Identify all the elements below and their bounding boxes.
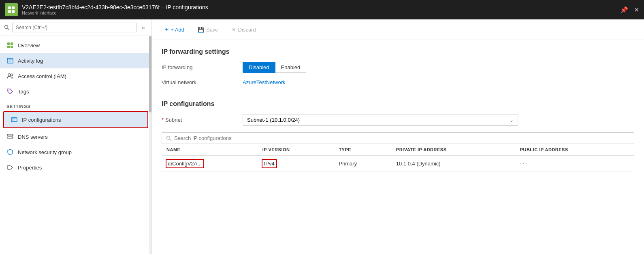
ip-configurations-section-title: IP configurations <box>162 100 634 108</box>
subnet-value: Subnet-1 (10.1.0.0/24) <box>247 117 300 123</box>
sidebar-item-network-security-group[interactable]: Network security group <box>0 144 151 160</box>
chevron-down-icon: ⌄ <box>510 117 514 123</box>
sidebar-item-ip-configurations-wrapper: IP configurations <box>3 111 148 128</box>
virtual-network-field-row: Virtual network AzureTestNetwork <box>162 79 634 85</box>
app-icon <box>5 3 18 16</box>
svg-rect-1 <box>12 6 15 9</box>
sidebar-search-input[interactable] <box>12 23 137 32</box>
svg-point-4 <box>5 25 8 29</box>
subnet-field-row: *Subnet Subnet-1 (10.1.0.0/24) ⌄ <box>162 114 634 126</box>
close-icon[interactable]: ✕ <box>634 6 639 14</box>
ip-forwarding-disabled-btn[interactable]: Disabled <box>243 62 275 73</box>
activity-log-icon <box>6 57 14 64</box>
sidebar-item-properties[interactable]: Properties <box>0 160 151 175</box>
add-button[interactable]: + + Add <box>160 23 189 36</box>
table-header-row: NAME IP VERSION TYPE PRIVATE IP ADDRESS … <box>162 144 634 156</box>
ip-forwarding-enabled-btn[interactable]: Enabled <box>275 62 307 73</box>
sidebar-item-ip-configurations[interactable]: IP configurations <box>4 112 147 127</box>
virtual-network-label: Virtual network <box>162 79 243 85</box>
sidebar-item-label: Overview <box>18 42 40 49</box>
sidebar-item-activity-log[interactable]: Activity log <box>0 53 151 68</box>
sidebar-nav: Overview Activity log <box>0 36 151 254</box>
virtual-network-value: AzureTestNetwork <box>243 79 634 85</box>
col-name: NAME <box>162 144 258 156</box>
sidebar-search-area: « <box>0 19 151 36</box>
ip-forwarding-toggle-group: Disabled Enabled <box>243 62 634 73</box>
tags-icon <box>6 88 14 95</box>
sidebar-item-label: Properties <box>18 165 42 171</box>
content-body: IP forwarding settings IP forwarding Dis… <box>152 40 644 180</box>
scrollbar-track <box>149 36 151 254</box>
sidebar-item-label: Access control (IAM) <box>18 73 66 79</box>
scrollbar-thumb[interactable] <box>149 36 151 112</box>
col-ip-version: IP VERSION <box>258 144 334 156</box>
required-star: * <box>162 117 164 123</box>
svg-rect-10 <box>7 58 13 63</box>
pin-icon[interactable]: 📌 <box>620 6 628 14</box>
title-bar: V2AE2E2-testfb7c8bf4-ec2d-433b-98ec-3e3c… <box>0 0 644 19</box>
sidebar-item-tags[interactable]: Tags <box>0 84 151 99</box>
toolbar-divider-1 <box>191 25 191 34</box>
svg-rect-9 <box>11 46 13 48</box>
toolbar-divider-2 <box>225 25 225 34</box>
save-icon: 💾 <box>198 27 204 33</box>
settings-section-label: SETTINGS <box>0 99 151 110</box>
sidebar-item-label: DNS servers <box>18 134 48 140</box>
overview-icon <box>6 42 14 49</box>
sidebar-item-access-control[interactable]: Access control (IAM) <box>0 68 151 84</box>
svg-line-5 <box>8 28 10 30</box>
col-public-ip: PUBLIC IP ADDRESS <box>515 144 634 156</box>
window-subtitle: Network interface <box>22 11 620 15</box>
ip-forwarding-section-title: IP forwarding settings <box>162 48 634 55</box>
cell-private-ip: 10.1.0.4 (Dynamic) <box>391 156 515 172</box>
svg-point-14 <box>11 74 13 76</box>
section-separator <box>162 92 634 92</box>
ip-forwarding-label: IP forwarding <box>162 64 243 70</box>
col-private-ip: PRIVATE IP ADDRESS <box>391 144 515 156</box>
cell-type: Primary <box>334 156 391 172</box>
ip-config-search-input[interactable] <box>174 135 630 141</box>
window-title: V2AE2E2-testfb7c8bf4-ec2d-433b-98ec-3e3c… <box>22 4 620 11</box>
search-icon <box>166 135 172 141</box>
toolbar: + + Add 💾 Save ✕ Discard <box>152 19 644 40</box>
svg-rect-6 <box>7 42 10 45</box>
row-actions-button[interactable]: ··· <box>520 160 528 167</box>
sidebar-item-dns-servers[interactable]: DNS servers <box>0 129 151 144</box>
main-container: « Overview <box>0 19 644 254</box>
sidebar-item-label: IP configurations <box>22 117 61 123</box>
svg-rect-7 <box>11 42 13 45</box>
sidebar-item-overview[interactable]: Overview <box>0 38 151 53</box>
svg-rect-16 <box>11 118 17 122</box>
svg-point-22 <box>12 137 13 138</box>
ip-forwarding-field-row: IP forwarding Disabled Enabled <box>162 62 634 73</box>
add-icon: + <box>165 26 168 33</box>
access-control-icon <box>6 72 14 80</box>
svg-point-21 <box>12 135 13 135</box>
discard-icon: ✕ <box>232 27 236 33</box>
sidebar-item-label: Tags <box>18 89 29 95</box>
sidebar-item-label: Network security group <box>18 149 72 155</box>
svg-point-15 <box>9 90 9 91</box>
ip-configurations-icon <box>11 116 18 123</box>
title-bar-actions: 📌 ✕ <box>620 6 639 14</box>
svg-line-27 <box>11 167 13 169</box>
discard-button[interactable]: ✕ Discard <box>227 24 261 35</box>
virtual-network-link[interactable]: AzureTestNetwork <box>243 79 285 85</box>
svg-rect-2 <box>8 10 11 13</box>
table-row[interactable]: ipConfigV2A... IPv4 Primary 10.1.0.4 (Dy… <box>162 156 634 172</box>
svg-rect-8 <box>7 46 10 48</box>
svg-line-26 <box>11 166 13 167</box>
sidebar-collapse-button[interactable]: « <box>139 23 147 32</box>
cell-ip-version: IPv4 <box>258 156 334 172</box>
subnet-label: *Subnet <box>162 117 243 123</box>
svg-rect-3 <box>12 10 15 13</box>
sidebar: « Overview <box>0 19 152 254</box>
subnet-dropdown[interactable]: Subnet-1 (10.1.0.0/24) ⌄ <box>243 114 518 126</box>
dns-servers-icon <box>6 133 14 140</box>
col-type: TYPE <box>334 144 391 156</box>
cell-public-ip: ··· <box>515 156 634 172</box>
subnet-dropdown-container: Subnet-1 (10.1.0.0/24) ⌄ <box>243 114 634 126</box>
properties-icon <box>6 164 14 171</box>
save-button[interactable]: 💾 Save <box>193 24 223 35</box>
svg-point-28 <box>167 136 170 139</box>
